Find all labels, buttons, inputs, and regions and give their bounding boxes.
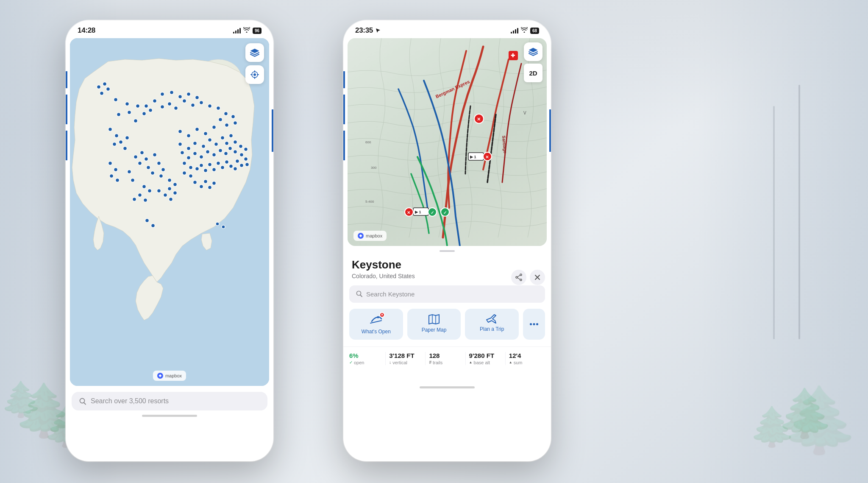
map-toolbar-right: 2D	[524, 42, 542, 82]
resort-panel: Keystone Colorado, United States	[343, 250, 551, 382]
close-button[interactable]	[530, 270, 545, 285]
svg-point-105	[142, 185, 146, 189]
svg-point-11	[161, 105, 164, 109]
wifi-icon-right	[521, 27, 528, 34]
svg-point-52	[178, 142, 182, 146]
paper-map-button[interactable]: Paper Map	[407, 309, 461, 340]
layers-button-right[interactable]	[524, 42, 542, 61]
svg-point-158	[536, 323, 538, 325]
phone-left: 14:28 96	[66, 20, 273, 461]
svg-point-43	[110, 174, 114, 178]
svg-text:▶ 1: ▶ 1	[415, 210, 421, 214]
svg-point-5	[128, 111, 131, 114]
svg-point-109	[133, 198, 136, 201]
paper-map-label: Paper Map	[422, 327, 447, 333]
svg-point-58	[221, 136, 225, 140]
view-2d-button[interactable]: 2D	[524, 64, 542, 82]
cancel-icon: ✕	[381, 313, 384, 317]
svg-point-30	[123, 147, 127, 151]
svg-point-59	[225, 142, 229, 145]
svg-point-84	[195, 167, 199, 171]
power-button-right[interactable]	[549, 109, 551, 152]
svg-point-45	[128, 170, 131, 174]
svg-point-60	[229, 134, 233, 138]
stat-open-label: ✓ open	[349, 360, 382, 365]
svg-point-20	[224, 112, 228, 116]
svg-point-14	[174, 106, 178, 110]
svg-point-70	[228, 147, 232, 151]
whats-open-button[interactable]: ✕ What's Open	[349, 309, 403, 340]
plan-trip-button[interactable]: Plan a Trip	[465, 309, 519, 340]
search-icon-left	[79, 398, 86, 405]
power-button[interactable]	[272, 109, 273, 152]
svg-text:✚: ✚	[511, 53, 515, 59]
resort-name: Keystone	[343, 259, 551, 271]
svg-point-40	[159, 174, 163, 178]
stat-base-label: ▲ base alt	[469, 360, 502, 365]
svg-point-46	[131, 179, 135, 182]
more-button[interactable]	[523, 309, 545, 340]
svg-text:✕: ✕	[407, 210, 410, 215]
stat-base-value: 9'280 FT	[469, 352, 502, 359]
stat-trails-value: 128	[429, 352, 462, 359]
svg-point-38	[161, 168, 165, 172]
silent-switch[interactable]	[66, 131, 67, 160]
svg-point-3	[125, 102, 129, 106]
status-icons-left: 96	[233, 27, 262, 34]
stat-summit-label: ▲ sum	[509, 360, 542, 365]
svg-point-91	[225, 160, 229, 164]
search-bar-left[interactable]: Search over 3,500 resorts	[72, 392, 267, 410]
svg-point-37	[157, 162, 161, 165]
volume-up-button-right[interactable]	[343, 71, 345, 88]
svg-point-6	[136, 104, 140, 108]
svg-point-96	[208, 186, 212, 190]
volume-down-button[interactable]	[66, 95, 67, 124]
svg-point-42	[114, 168, 118, 172]
home-indicator-left	[142, 415, 197, 417]
svg-point-54	[193, 142, 197, 145]
battery-right: 68	[530, 28, 539, 34]
svg-point-33	[138, 162, 142, 165]
share-button[interactable]	[511, 270, 526, 285]
location-arrow-icon	[376, 28, 381, 33]
volume-down-button-right[interactable]	[343, 95, 345, 124]
resort-map[interactable]: mapbox	[70, 38, 269, 386]
svg-point-56	[208, 138, 212, 142]
layers-button[interactable]	[245, 43, 264, 62]
svg-point-108	[144, 198, 147, 202]
svg-point-10	[153, 99, 157, 103]
svg-point-55	[202, 145, 206, 148]
svg-point-63	[187, 156, 191, 160]
panel-actions	[511, 270, 545, 285]
svg-point-74	[244, 148, 248, 151]
silent-switch-right[interactable]	[343, 131, 345, 160]
signal-bar-r4	[517, 28, 518, 34]
svg-text:✕: ✕	[485, 155, 489, 159]
check-icon: ✓	[349, 360, 353, 365]
svg-point-65	[200, 155, 203, 159]
more-icon	[530, 323, 538, 325]
svg-point-110	[97, 85, 101, 89]
svg-text:V: V	[523, 111, 526, 115]
map-icon	[428, 314, 440, 325]
stat-open: 6% ✓ open	[349, 352, 385, 365]
volume-up-button[interactable]	[66, 71, 67, 88]
hash-icon: #	[429, 360, 431, 365]
svg-point-92	[229, 165, 233, 168]
panel-search-bar[interactable]: Search Keystone	[349, 285, 545, 303]
svg-point-24	[234, 121, 237, 125]
svg-point-95	[204, 180, 208, 184]
whats-open-label: What's Open	[362, 329, 391, 335]
svg-point-88	[212, 168, 216, 172]
svg-point-100	[168, 187, 172, 191]
signal-bar-r3	[515, 29, 516, 34]
ski-trail-map[interactable]: 600 5-400 300 Bergman Expres Santiago	[348, 38, 547, 246]
svg-point-17	[200, 101, 203, 105]
svg-point-156	[530, 323, 532, 325]
svg-point-4	[117, 113, 121, 117]
triangle-icon-base: ▲	[469, 360, 473, 364]
svg-point-103	[169, 198, 173, 201]
svg-point-13	[168, 102, 172, 106]
stat-trails-label: # trails	[429, 360, 462, 365]
location-button[interactable]	[245, 65, 264, 84]
